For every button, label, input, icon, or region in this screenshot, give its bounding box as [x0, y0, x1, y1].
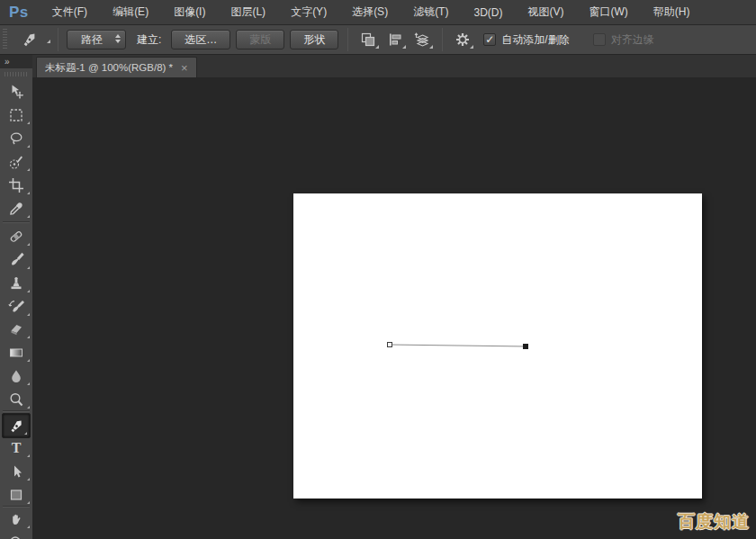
- menu-3d[interactable]: 3D(D): [461, 0, 515, 24]
- crop-icon: [8, 177, 24, 193]
- divider: [347, 28, 348, 51]
- history-brush-icon: [8, 299, 24, 315]
- clone-stamp-icon: [8, 275, 24, 292]
- align-edges-checkbox: [593, 33, 606, 46]
- flyout-indicator-icon: [27, 454, 30, 457]
- history-brush-tool[interactable]: [0, 295, 32, 319]
- flyout-indicator-icon: [27, 313, 30, 316]
- canvas-workspace[interactable]: [32, 77, 756, 539]
- menu-help[interactable]: 帮助(H): [641, 0, 703, 24]
- chevron-down-icon: [429, 45, 433, 49]
- dodge-tool[interactable]: [0, 388, 32, 411]
- flyout-indicator-icon: [24, 432, 27, 435]
- path-selection-arrow-icon: [8, 463, 24, 480]
- flyout-indicator-icon: [27, 215, 30, 218]
- path-alignment-icon: [387, 31, 403, 48]
- flyout-indicator-icon: [27, 359, 30, 362]
- gradient-tool[interactable]: [0, 341, 32, 364]
- lasso-icon: [8, 130, 24, 147]
- flyout-indicator-icon: [27, 336, 30, 338]
- document-tab[interactable]: 未标题-1 @ 100%(RGB/8) * ×: [36, 57, 197, 77]
- divider: [442, 28, 443, 51]
- brush-tool[interactable]: [0, 248, 32, 272]
- tool-mode-select[interactable]: 路径: [67, 30, 126, 49]
- menu-view[interactable]: 视图(V): [515, 0, 576, 24]
- auto-add-delete-label: 自动添加/删除: [501, 32, 569, 48]
- menu-select[interactable]: 选择(S): [339, 0, 400, 24]
- menu-image[interactable]: 图像(I): [161, 0, 218, 24]
- chevron-down-icon: [470, 45, 473, 49]
- blur-tool[interactable]: [0, 364, 32, 388]
- tool-mode-value: 路径: [81, 32, 103, 48]
- flyout-indicator-icon: [27, 243, 30, 246]
- lasso-tool[interactable]: [0, 127, 32, 150]
- make-selection-button[interactable]: 选区…: [171, 30, 230, 49]
- rectangular-marquee-tool[interactable]: [0, 103, 32, 127]
- hand-icon: [8, 511, 24, 527]
- healing-brush-icon: [8, 229, 24, 245]
- menu-window[interactable]: 窗口(W): [576, 0, 640, 24]
- tools-panel: »: [0, 55, 32, 539]
- spinner-arrows-icon: [115, 34, 121, 43]
- path-operations-icon: [360, 31, 376, 48]
- checkmark-icon: ✓: [485, 34, 494, 45]
- eyedropper-tool[interactable]: [0, 197, 32, 220]
- eraser-tool[interactable]: [0, 318, 32, 341]
- menu-bar: Ps 文件(F) 编辑(E) 图像(I) 图层(L) 文字(Y) 选择(S) 滤…: [0, 0, 756, 25]
- menu-file[interactable]: 文件(F): [40, 0, 100, 24]
- rectangular-marquee-icon: [8, 107, 24, 123]
- chevron-down-icon: [47, 40, 50, 43]
- document-canvas[interactable]: [293, 193, 702, 499]
- healing-brush-tool[interactable]: [0, 225, 32, 248]
- rectangle-icon: [8, 487, 24, 503]
- tool-separator: [3, 221, 30, 223]
- pen-tool[interactable]: [2, 413, 31, 438]
- rectangle-tool[interactable]: [0, 483, 32, 507]
- path-selection-tool[interactable]: [0, 460, 32, 483]
- pen-nib-icon: [21, 31, 39, 49]
- tool-separator: [3, 410, 30, 412]
- path-arrangement-button[interactable]: [410, 29, 434, 50]
- hand-tool[interactable]: [0, 508, 32, 531]
- flyout-indicator-icon: [27, 406, 30, 409]
- flyout-indicator-icon: [27, 121, 30, 124]
- eyedropper-icon: [8, 201, 24, 217]
- dodge-icon: [8, 391, 24, 408]
- move-icon: [8, 84, 24, 100]
- gear-icon: [454, 31, 471, 48]
- document-tab-bar: 未标题-1 @ 100%(RGB/8) * ×: [32, 55, 756, 77]
- zoom-tool[interactable]: [0, 531, 32, 539]
- type-tool[interactable]: T: [0, 436, 32, 460]
- geometry-settings-button[interactable]: [451, 29, 474, 50]
- path-operations-button[interactable]: [356, 29, 380, 50]
- quick-selection-icon: [8, 154, 24, 170]
- menu-layer[interactable]: 图层(L): [218, 0, 278, 24]
- move-tool[interactable]: [0, 80, 32, 103]
- eraser-icon: [8, 321, 24, 337]
- crop-tool[interactable]: [0, 174, 32, 197]
- menu-edit[interactable]: 编辑(E): [100, 0, 161, 24]
- path-alignment-button[interactable]: [383, 29, 407, 50]
- clone-stamp-tool[interactable]: [0, 272, 32, 295]
- tool-options-bar: 路径 建立: 选区… 蒙版 形状: [0, 25, 756, 55]
- options-bar-grip[interactable]: [3, 29, 7, 50]
- photoshop-window: Ps 文件(F) 编辑(E) 图像(I) 图层(L) 文字(Y) 选择(S) 滤…: [0, 0, 756, 539]
- align-edges-label: 对齐边缘: [611, 32, 654, 48]
- menu-filter[interactable]: 滤镜(T): [400, 0, 461, 24]
- flyout-indicator-icon: [27, 192, 30, 194]
- chevron-down-icon: [375, 45, 379, 49]
- tools-panel-header[interactable]: »: [0, 55, 32, 68]
- tools-panel-grip[interactable]: [4, 72, 28, 76]
- tool-preset-picker[interactable]: [14, 29, 45, 50]
- auto-add-delete-checkbox[interactable]: ✓: [483, 33, 496, 46]
- gradient-icon: [8, 345, 24, 361]
- close-icon[interactable]: ×: [181, 62, 188, 74]
- flyout-indicator-icon: [27, 478, 30, 481]
- make-shape-button[interactable]: 形状: [290, 30, 338, 49]
- align-edges-option: 对齐边缘: [593, 32, 654, 48]
- make-label: 建立:: [137, 32, 161, 48]
- menu-type[interactable]: 文字(Y): [278, 0, 339, 24]
- flyout-indicator-icon: [27, 526, 30, 528]
- zoom-icon: [8, 535, 24, 539]
- quick-selection-tool[interactable]: [0, 150, 32, 174]
